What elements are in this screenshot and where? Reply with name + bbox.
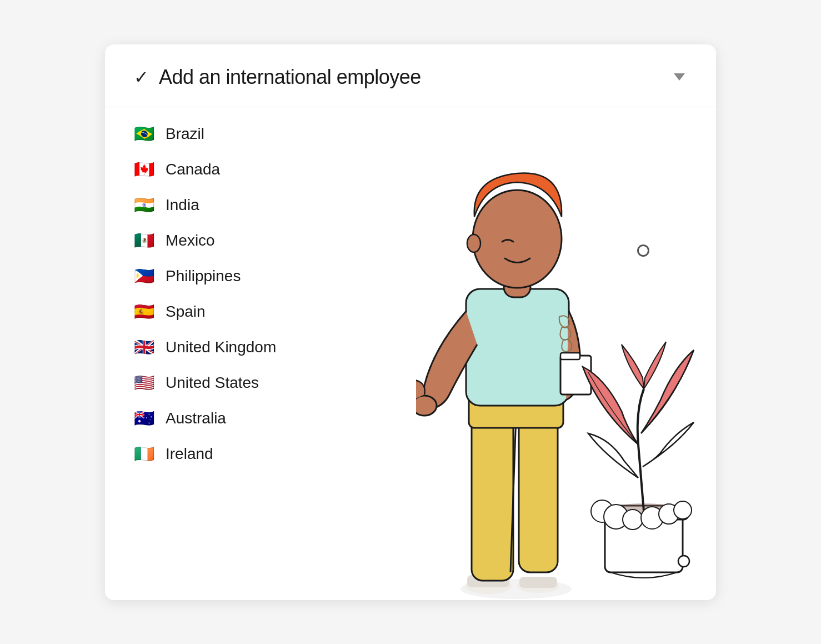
illustration-area — [398, 44, 716, 600]
svg-point-2 — [517, 580, 559, 593]
flag-united-kingdom: 🇬🇧 — [134, 339, 154, 356]
svg-rect-9 — [466, 289, 569, 406]
country-item-spain[interactable]: 🇪🇸Spain — [134, 294, 412, 330]
person-illustration — [416, 144, 627, 600]
svg-rect-8 — [469, 395, 563, 428]
country-item-mexico[interactable]: 🇲🇽Mexico — [134, 223, 412, 258]
country-item-united-states[interactable]: 🇺🇸United States — [134, 365, 412, 401]
svg-point-18 — [678, 556, 689, 567]
flag-united-states: 🇺🇸 — [134, 375, 154, 391]
main-card: ✓ Add an international employee 🇧🇷Brazil… — [105, 44, 716, 600]
svg-point-1 — [465, 578, 512, 594]
chevron-down-icon[interactable] — [674, 73, 685, 81]
country-name-brazil: Brazil — [166, 125, 204, 143]
flag-spain: 🇪🇸 — [134, 303, 154, 320]
flag-mexico: 🇲🇽 — [134, 232, 154, 249]
svg-point-19 — [606, 503, 682, 519]
country-name-australia: Australia — [166, 410, 226, 427]
svg-point-23 — [641, 507, 663, 529]
country-item-australia[interactable]: 🇦🇺Australia — [134, 401, 412, 436]
svg-point-24 — [659, 504, 679, 524]
svg-rect-13 — [504, 256, 530, 297]
svg-rect-3 — [467, 575, 509, 587]
flag-india: 🇮🇳 — [134, 197, 154, 213]
country-item-india[interactable]: 🇮🇳India — [134, 187, 412, 223]
country-name-spain: Spain — [166, 303, 206, 321]
flag-canada: 🇨🇦 — [134, 161, 154, 178]
svg-rect-16 — [605, 511, 683, 572]
country-name-mexico: Mexico — [166, 232, 215, 249]
svg-rect-5 — [472, 417, 513, 581]
country-item-brazil[interactable]: 🇧🇷Brazil — [134, 116, 412, 152]
svg-rect-12 — [560, 353, 580, 360]
svg-rect-6 — [519, 417, 558, 572]
svg-point-14 — [473, 190, 562, 288]
country-list: 🇧🇷Brazil🇨🇦Canada🇮🇳India🇲🇽Mexico🇵🇭Philipp… — [105, 107, 441, 498]
plant-illustration — [572, 322, 716, 600]
country-name-india: India — [166, 196, 199, 214]
svg-point-15 — [467, 234, 480, 252]
country-name-philippines: Philippines — [166, 267, 241, 285]
svg-line-7 — [510, 417, 516, 572]
country-name-ireland: Ireland — [166, 445, 213, 463]
country-name-united-kingdom: United Kingdom — [166, 338, 276, 356]
flag-philippines: 🇵🇭 — [134, 268, 154, 284]
header-left: ✓ Add an international employee — [134, 66, 421, 89]
check-icon: ✓ — [134, 67, 149, 88]
flag-australia: 🇦🇺 — [134, 410, 154, 427]
svg-rect-4 — [519, 577, 557, 588]
circle-decoration — [637, 244, 649, 257]
country-name-canada: Canada — [166, 161, 220, 178]
svg-point-22 — [623, 510, 643, 530]
page-title: Add an international employee — [159, 66, 421, 89]
svg-rect-11 — [560, 356, 591, 395]
header: ✓ Add an international employee — [105, 44, 716, 107]
svg-point-20 — [591, 500, 613, 522]
country-item-canada[interactable]: 🇨🇦Canada — [134, 152, 412, 187]
country-item-united-kingdom[interactable]: 🇬🇧United Kingdom — [134, 330, 412, 365]
country-item-philippines[interactable]: 🇵🇭Philippines — [134, 258, 412, 294]
svg-point-25 — [674, 501, 692, 519]
flag-ireland: 🇮🇪 — [134, 446, 154, 462]
svg-point-0 — [460, 579, 572, 599]
country-item-ireland[interactable]: 🇮🇪Ireland — [134, 436, 412, 472]
country-name-united-states: United States — [166, 374, 259, 392]
svg-point-21 — [604, 505, 628, 529]
svg-rect-17 — [599, 506, 688, 520]
flag-brazil: 🇧🇷 — [134, 126, 154, 142]
